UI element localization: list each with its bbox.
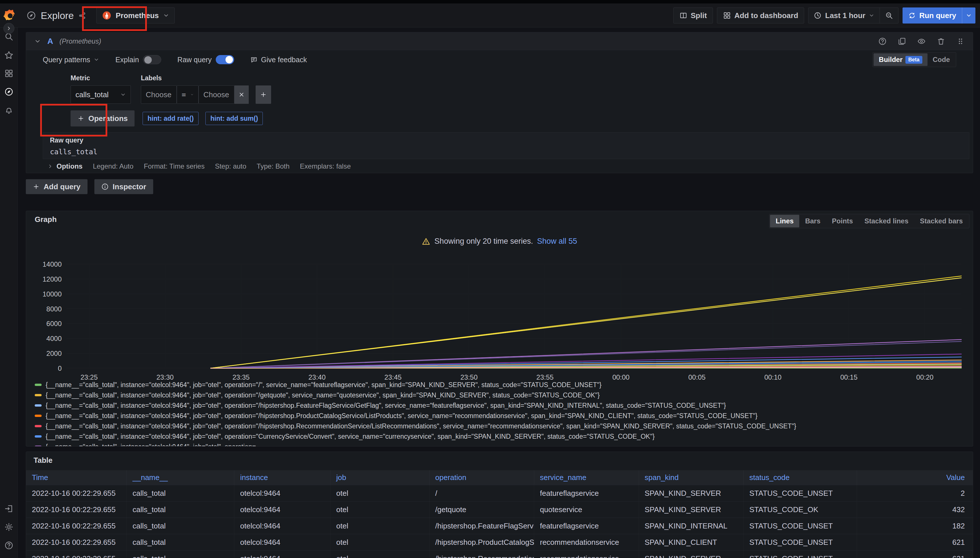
sidebar-item-settings[interactable]	[0, 518, 18, 536]
builder-tab[interactable]: Builder Beta	[873, 53, 927, 66]
graph-mode-bars[interactable]: Bars	[799, 215, 826, 227]
label-operator-select[interactable]: =	[177, 85, 199, 104]
column-header-job[interactable]: job	[330, 470, 429, 485]
axis-tick-label: 10000	[43, 290, 62, 298]
legend-swatch	[35, 404, 41, 407]
raw-query-toggle[interactable]	[216, 55, 234, 64]
column-header-spankind[interactable]: span_kind	[639, 470, 743, 485]
graph-mode-stacked-lines[interactable]: Stacked lines	[858, 215, 914, 227]
option-summary-item: Step: auto	[215, 162, 246, 170]
axis-tick-label: 4000	[46, 335, 62, 342]
sidebar-item-help[interactable]	[0, 536, 18, 555]
sidebar-item-starred[interactable]	[0, 46, 18, 64]
query-hint-button[interactable]: hint: add rate()	[143, 112, 199, 125]
sidebar-item-sign-in[interactable]	[0, 499, 18, 518]
chevron-right-icon	[6, 26, 12, 31]
table-row[interactable]: 2022-10-16 00:22:29.655calls_totalotelco…	[26, 551, 973, 558]
top-strip	[0, 0, 980, 3]
table-cell: otelcol:9464	[234, 485, 330, 501]
explore-icon	[4, 87, 13, 96]
query-patterns-dropdown[interactable]: Query patterns	[43, 56, 99, 64]
add-label-filter-button[interactable]	[256, 85, 271, 104]
table-row[interactable]: 2022-10-16 00:22:29.655calls_totalotelco…	[26, 485, 973, 502]
column-header-value[interactable]: Value	[857, 470, 973, 485]
legend-item[interactable]: {__name__="calls_total", instance="otelc…	[35, 421, 970, 431]
table-cell: otel	[330, 534, 429, 550]
remove-label-filter-button[interactable]	[234, 85, 249, 104]
warning-triangle-icon	[422, 237, 430, 246]
legend-item[interactable]: {__name__="calls_total", instance="otelc…	[35, 390, 970, 400]
legend-item[interactable]: {__name__="calls_total", instance="otelc…	[35, 431, 970, 441]
axis-tick-label: 14000	[43, 260, 62, 268]
chevron-down-icon	[163, 12, 169, 19]
column-header-instance[interactable]: instance	[234, 470, 330, 485]
query-row-header[interactable]: A (Prometheus)	[26, 33, 973, 50]
table-cell: SPAN_KIND_SERVER	[639, 551, 743, 558]
sidebar-item-dashboards[interactable]	[0, 64, 18, 82]
labels-label: Labels	[141, 74, 271, 82]
graph-mode-lines[interactable]: Lines	[770, 215, 799, 227]
explain-toggle[interactable]	[143, 55, 161, 64]
eye-icon[interactable]	[917, 37, 926, 46]
sidebar-item-alerting[interactable]	[0, 101, 18, 119]
operations-button[interactable]: Operations	[71, 110, 135, 126]
label-value-select[interactable]: Choose	[199, 85, 234, 104]
help-circle-icon[interactable]	[878, 37, 887, 46]
zoom-out-icon	[885, 11, 893, 20]
table-cell: calls_total	[127, 534, 234, 550]
raw-query-box: Raw query calls_total	[43, 132, 969, 159]
axis-tick-label: 8000	[46, 305, 62, 313]
copy-icon[interactable]	[898, 37, 906, 46]
run-query-main[interactable]: Run query	[903, 7, 962, 23]
query-editor-panel: A (Prometheus) Query patterns Explain Ra…	[26, 32, 973, 173]
label-key-select[interactable]: Choose	[141, 85, 177, 104]
datasource-picker[interactable]: Prometheus	[96, 7, 174, 23]
show-all-series-link[interactable]: Show all 55	[537, 237, 577, 246]
column-header-operation[interactable]: operation	[429, 470, 534, 485]
run-query-button[interactable]: Run query	[903, 7, 975, 23]
legend-item[interactable]: {__name__="calls_total", instance="otelc…	[35, 410, 970, 421]
split-button[interactable]: Split	[673, 7, 713, 23]
query-hint-button[interactable]: hint: add sum()	[206, 112, 263, 125]
axis-tick-label: 6000	[46, 320, 62, 327]
axis-tick-label: 0	[58, 364, 62, 372]
table-panel: Table Time__name__instancejoboperationse…	[26, 451, 973, 558]
legend-label: {__name__="calls_total", instance="otelc…	[46, 433, 654, 440]
sidebar-item-explore[interactable]	[0, 82, 18, 101]
legend-item[interactable]: {__name__="calls_total", instance="otelc…	[35, 400, 970, 410]
column-header-statuscode[interactable]: status_code	[743, 470, 857, 485]
collapse-chevron-icon[interactable]	[34, 38, 41, 45]
query-datasource-hint: (Prometheus)	[59, 37, 101, 45]
raw-query-toggle-wrap: Raw query	[177, 55, 234, 64]
graph-mode-stacked-bars[interactable]: Stacked bars	[914, 215, 968, 227]
table-row[interactable]: 2022-10-16 00:22:29.655calls_totalotelco…	[26, 518, 973, 534]
results-table: Time__name__instancejoboperationservice_…	[26, 470, 973, 558]
zoom-out-button[interactable]	[880, 8, 898, 23]
add-query-button[interactable]: Add query	[26, 179, 87, 194]
trash-icon[interactable]	[937, 37, 945, 46]
code-tab[interactable]: Code	[927, 53, 955, 66]
add-to-dashboard-button[interactable]: Add to dashboard	[717, 7, 804, 23]
options-collapsed[interactable]: Options	[47, 162, 82, 170]
column-header-time[interactable]: Time	[26, 470, 127, 485]
graph-mode-points[interactable]: Points	[826, 215, 858, 227]
metric-select[interactable]: calls_total	[71, 85, 131, 104]
give-feedback-link[interactable]: Give feedback	[250, 56, 307, 64]
options-row[interactable]: Options Legend: AutoFormat: Time seriesS…	[43, 159, 969, 174]
table-cell: calls_total	[127, 485, 234, 501]
drag-handle-icon[interactable]	[956, 37, 965, 46]
legend-item[interactable]: {__name__="calls_total", instance="otelc…	[35, 380, 970, 390]
prometheus-icon	[102, 11, 112, 20]
time-range-picker[interactable]: Last 1 hour	[809, 8, 880, 23]
run-query-dropdown[interactable]	[962, 7, 975, 23]
legend-item[interactable]: {__name__="calls_total", instance="otelc…	[35, 441, 970, 446]
table-row[interactable]: 2022-10-16 00:22:29.655calls_totalotelco…	[26, 502, 973, 518]
column-header-servicename[interactable]: service_name	[534, 470, 639, 485]
table-body: 2022-10-16 00:22:29.655calls_totalotelco…	[26, 485, 973, 558]
sidebar-expand-button[interactable]	[3, 23, 14, 34]
inspector-button[interactable]: Inspector	[94, 179, 153, 194]
share-icon[interactable]	[78, 12, 86, 20]
table-cell: 2022-10-16 00:22:29.655	[26, 551, 127, 558]
table-row[interactable]: 2022-10-16 00:22:29.655calls_totalotelco…	[26, 534, 973, 551]
column-header-name[interactable]: __name__	[127, 470, 234, 485]
